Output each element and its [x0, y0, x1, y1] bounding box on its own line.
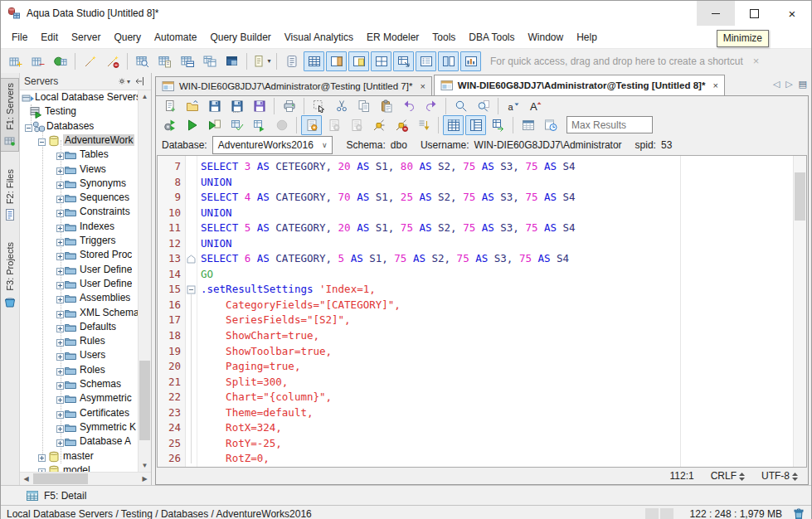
tree-item-certificates[interactable]: Certificates	[20, 406, 139, 420]
tree-horizontal-scrollbar[interactable]: ◀ ▶	[20, 472, 151, 485]
tab-next-icon[interactable]: ▷	[785, 79, 792, 90]
menu-item-er-modeler[interactable]: ER Modeler	[360, 28, 425, 46]
dock-tab-f2-files[interactable]: F2: Files	[2, 165, 19, 225]
expand-icon[interactable]	[56, 266, 64, 278]
execute-explain-button[interactable]	[159, 115, 180, 135]
pin-panel-icon[interactable]	[134, 75, 147, 88]
document-tab[interactable]: WIN-DIE60G8JDJ7\Administrator@Testing [U…	[155, 76, 432, 95]
drop-object-button[interactable]	[102, 51, 123, 71]
query-buffer-2-button[interactable]	[323, 115, 344, 135]
menu-item-file[interactable]: File	[5, 28, 34, 46]
tree-item-local-database-servers[interactable]: Local Database Servers	[20, 90, 139, 104]
decrease-font-button[interactable]: a	[503, 96, 523, 116]
maximize-button[interactable]	[735, 1, 773, 26]
dock-tab-f3-projects[interactable]: F3: Projects	[2, 238, 19, 312]
paste-button[interactable]	[376, 96, 396, 116]
find-in-files-button[interactable]	[473, 96, 494, 116]
tree-hscroll-thumb[interactable]	[33, 473, 88, 484]
tab-close-icon[interactable]: ×	[712, 80, 717, 90]
scroll-right-icon[interactable]: ▶	[139, 473, 151, 485]
scroll-left-icon[interactable]: ◀	[20, 473, 32, 485]
expand-icon[interactable]	[56, 208, 64, 220]
tab-close-icon[interactable]: ×	[420, 81, 425, 91]
find-button[interactable]	[450, 96, 471, 116]
tree-item-synonyms[interactable]: Synonyms	[20, 177, 139, 191]
expand-icon[interactable]	[56, 280, 64, 292]
select-button[interactable]	[309, 96, 329, 116]
cut-button[interactable]	[331, 96, 352, 116]
history-button[interactable]	[540, 115, 561, 135]
collapse-icon[interactable]	[25, 123, 32, 134]
expand-icon[interactable]	[56, 410, 64, 421]
menu-item-dba-tools[interactable]: DBA Tools	[462, 28, 521, 46]
tree-item-asymmetric[interactable]: Asymmetric	[20, 391, 139, 405]
open-file-button[interactable]	[182, 96, 202, 116]
expand-icon[interactable]	[38, 453, 46, 464]
new-query-analyzer-button[interactable]: ▾	[251, 51, 272, 71]
stop-button[interactable]	[271, 115, 292, 135]
menu-item-window[interactable]: Window	[522, 28, 571, 46]
dock-tab-f1-servers[interactable]: F1: Servers	[1, 78, 19, 152]
connect-button[interactable]	[368, 115, 389, 135]
minimize-button[interactable]	[697, 1, 735, 26]
tree-item-adventurework[interactable]: AdventureWork	[20, 133, 139, 148]
tree-item-model[interactable]: model	[20, 463, 139, 472]
execute-parallel-button[interactable]	[249, 115, 270, 135]
tree-item-triggers[interactable]: Triggers	[20, 234, 139, 248]
save-as-button[interactable]	[226, 96, 247, 116]
max-results-input[interactable]	[566, 116, 653, 133]
connect-server-button[interactable]	[50, 51, 71, 71]
tree-scroll-thumb[interactable]	[139, 361, 150, 440]
editor-vertical-scrollbar[interactable]	[793, 156, 806, 467]
tree-item-databases[interactable]: Databases	[20, 119, 139, 133]
results-grid-toggle[interactable]	[443, 115, 464, 135]
results-pivot-toggle[interactable]	[465, 115, 486, 135]
tab-prev-icon[interactable]: ◁	[773, 79, 780, 90]
print-button[interactable]	[279, 96, 299, 116]
tree-item-schemas[interactable]: Schemas	[20, 377, 139, 391]
tree-vertical-scrollbar[interactable]: ▲ ▼	[138, 90, 151, 472]
menu-item-visual-analytics[interactable]: Visual Analytics	[278, 28, 360, 46]
tree-item-assemblies[interactable]: Assemblies	[20, 291, 139, 305]
register-server-button[interactable]	[5, 51, 26, 71]
menu-item-automate[interactable]: Automate	[148, 28, 203, 46]
fold-end-icon[interactable]	[187, 255, 196, 266]
database-select[interactable]: AdventureWorks2016 ∨	[212, 136, 333, 154]
tree-item-database-a[interactable]: Database A	[20, 434, 139, 449]
close-button[interactable]: ×	[773, 1, 811, 26]
menu-item-query-builder[interactable]: Query Builder	[203, 28, 277, 46]
redo-button[interactable]	[421, 96, 441, 116]
menu-item-help[interactable]: Help	[570, 28, 604, 46]
toggle-right-panel-button[interactable]	[326, 51, 347, 71]
expand-icon[interactable]	[56, 237, 64, 249]
sql-editor[interactable]: 7891011121314151617181920212223242526 SE…	[157, 155, 807, 468]
menu-item-tools[interactable]: Tools	[425, 28, 462, 46]
editor-scroll-thumb[interactable]	[795, 172, 805, 221]
new-file-button[interactable]	[159, 96, 180, 116]
scroll-down-icon[interactable]: ▼	[139, 459, 151, 472]
tree-item-stored-proc[interactable]: Stored Proc	[20, 248, 139, 262]
tree-item-user-define[interactable]: User Define	[20, 263, 139, 277]
toggle-detail-window-button[interactable]	[393, 51, 414, 71]
execute-script-button[interactable]	[204, 115, 225, 135]
collapse-icon[interactable]	[38, 137, 46, 148]
line-ending-select[interactable]: CRLF	[711, 470, 745, 482]
tree-item-user-define[interactable]: User Define	[20, 277, 139, 291]
tree-item-sequences[interactable]: Sequences	[20, 191, 139, 205]
expand-icon[interactable]	[56, 366, 64, 378]
save-button[interactable]	[204, 96, 225, 116]
tree-item-master[interactable]: master	[20, 449, 139, 463]
gear-icon[interactable]: ▾	[117, 75, 130, 88]
expand-icon[interactable]	[56, 166, 64, 177]
expand-icon[interactable]	[56, 395, 64, 406]
tree-item-defaults[interactable]: Defaults	[20, 320, 139, 334]
expand-icon[interactable]	[56, 251, 64, 263]
toggle-editor-panel-button[interactable]	[348, 51, 369, 71]
statusbar-grip[interactable]	[645, 508, 673, 519]
tree-item-roles[interactable]: Roles	[20, 363, 139, 377]
tree-item-tables[interactable]: Tables	[20, 148, 139, 162]
code-text[interactable]: SELECT 3 AS CETEGORY, 20 AS S1, 80 AS S2…	[197, 156, 806, 467]
alter-object-button[interactable]	[80, 51, 100, 71]
encoding-select[interactable]: UTF-8	[761, 470, 798, 482]
copy-table-button[interactable]	[199, 51, 220, 71]
